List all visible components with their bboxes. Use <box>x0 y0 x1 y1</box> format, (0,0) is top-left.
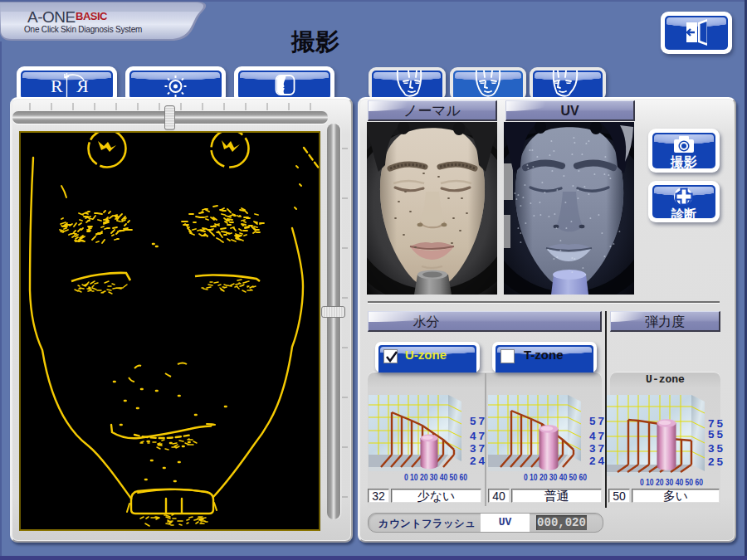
svg-text:0 10 20 30 40 50 60: 0 10 20 30 40 50 60 <box>404 472 467 482</box>
svg-text:24: 24 <box>589 455 606 467</box>
svg-text:25: 25 <box>708 455 725 468</box>
svg-text:57: 57 <box>470 415 486 427</box>
svg-text:55: 55 <box>708 428 725 441</box>
svg-text:35: 35 <box>708 442 725 455</box>
svg-text:47: 47 <box>589 430 606 442</box>
svg-text:37: 37 <box>589 442 606 455</box>
svg-text:24: 24 <box>470 455 486 467</box>
svg-text:0 10 20 30 40 50 60: 0 10 20 30 40 50 60 <box>524 472 587 482</box>
svg-text:0 10 20 30 40 50 60: 0 10 20 30 40 50 60 <box>640 477 703 487</box>
svg-text:57: 57 <box>589 415 606 427</box>
svg-text:37: 37 <box>470 442 486 455</box>
svg-text:47: 47 <box>470 430 486 442</box>
